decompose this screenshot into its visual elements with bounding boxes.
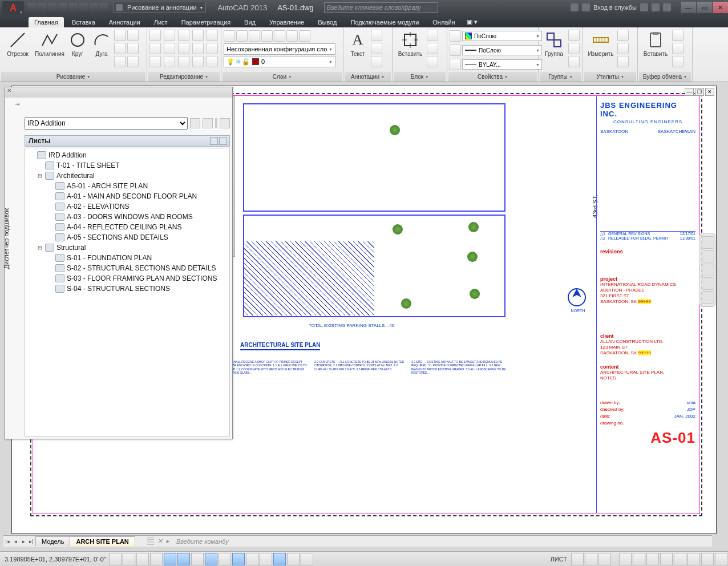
fillet-icon[interactable]: [178, 43, 189, 54]
exchange-icon[interactable]: [640, 3, 648, 11]
cmd-grip-icon[interactable]: [147, 537, 154, 545]
tree-sheet[interactable]: S-03 - FLOOR FRAMING PLAN AND SECTIONS: [26, 273, 228, 284]
tab-online[interactable]: Онлайн: [427, 17, 460, 27]
cmd-toggle-icon[interactable]: ✕: [157, 537, 163, 545]
tab-home[interactable]: Главная: [29, 17, 64, 27]
region-icon[interactable]: [127, 56, 139, 67]
hardware-accel-icon[interactable]: [687, 553, 700, 565]
id-point-icon[interactable]: [617, 56, 629, 67]
tree-folder[interactable]: ⊟Structural: [26, 242, 228, 253]
tree-sheet[interactable]: S-01 - FOUNDATION PLAN: [26, 253, 228, 263]
tab-layout-archsiteplan[interactable]: ARCH SITE PLAN: [70, 536, 135, 546]
group-edit-icon[interactable]: [568, 43, 580, 54]
measure-button[interactable]: Измерить: [585, 30, 616, 58]
cat-options-icon[interactable]: [219, 137, 227, 145]
paste-button[interactable]: Вставить: [640, 30, 671, 58]
snap-icon[interactable]: [123, 553, 135, 565]
arc-button[interactable]: Дуга: [90, 30, 113, 58]
coordinate-readout[interactable]: 3.198905E+01, 2.309797E+01, 0'-0": [0, 556, 108, 563]
cat-expand-icon[interactable]: [210, 137, 218, 145]
clean-screen-icon[interactable]: [715, 553, 727, 565]
annotation-scale-icon[interactable]: [619, 553, 632, 565]
match-properties-icon[interactable]: [450, 30, 461, 42]
tree-sheet[interactable]: T-01 - TITLE SHEET: [26, 160, 228, 171]
polyline-button[interactable]: Полилиния: [34, 30, 65, 58]
spline-icon[interactable]: [127, 30, 139, 41]
explode-icon[interactable]: [207, 43, 218, 54]
nav-zoom-icon[interactable]: [702, 264, 714, 276]
quick-view-layouts-icon[interactable]: [585, 553, 597, 565]
ungroup-icon[interactable]: [568, 30, 580, 41]
search-icon[interactable]: [571, 3, 579, 11]
tree-sheet[interactable]: A-02 - ELEVATIONS: [26, 201, 228, 212]
point-icon[interactable]: [114, 56, 126, 67]
polar-icon[interactable]: [164, 553, 176, 565]
rectangle-icon[interactable]: [114, 30, 126, 41]
tree-sheet[interactable]: S-02 - STRUCTURAL SECTIONS AND DETAILS: [26, 263, 228, 273]
tree-sheet[interactable]: A-05 - SECTIONS AND DETAILS: [26, 232, 228, 242]
align-icon[interactable]: [207, 56, 218, 67]
stay-connected-icon[interactable]: [652, 3, 660, 11]
panel-modify-title[interactable]: Редактирование: [148, 72, 220, 82]
array-icon[interactable]: [178, 56, 189, 67]
workspace-switch-icon[interactable]: [660, 553, 673, 565]
3dosnap-icon[interactable]: [191, 553, 204, 565]
paste-special-icon[interactable]: [672, 56, 683, 67]
doc-restore-button[interactable]: ❐: [695, 88, 704, 96]
signin-icon[interactable]: [582, 3, 590, 11]
ellipse-icon[interactable]: [114, 43, 126, 54]
panel-groups-title[interactable]: Группы: [540, 72, 581, 82]
close-button[interactable]: ✕: [712, 2, 728, 13]
layer-freeze-icon[interactable]: [261, 30, 273, 42]
lineweight-icon[interactable]: [450, 45, 461, 56]
ssm-publish-icon[interactable]: [203, 118, 213, 128]
dimension-icon[interactable]: [371, 30, 382, 41]
annotation-visibility-icon[interactable]: [633, 553, 645, 565]
tab-nav-prev-icon[interactable]: ◂: [11, 539, 19, 544]
nav-orbit-icon[interactable]: [702, 277, 714, 290]
qat-new-icon[interactable]: [27, 3, 37, 12]
tree-root[interactable]: IRD Addition: [26, 150, 228, 160]
rotate-icon[interactable]: [164, 30, 175, 41]
doc-close-button[interactable]: ✕: [705, 88, 714, 96]
infer-constraints-icon[interactable]: [109, 553, 122, 565]
tab-parametric[interactable]: Параметризация: [176, 17, 236, 27]
copy-icon[interactable]: [149, 43, 161, 54]
qat-redo-icon[interactable]: [89, 3, 98, 12]
layer-iso-icon[interactable]: [249, 30, 260, 42]
doc-minimize-button[interactable]: —: [685, 88, 694, 96]
create-block-icon[interactable]: [427, 30, 438, 41]
circle-button[interactable]: Круг: [66, 30, 89, 58]
tree-sheet[interactable]: A-01 - MAIN AND SECOND FLOOR PLAN: [26, 191, 228, 201]
autoscale-icon[interactable]: [646, 553, 659, 565]
maximize-button[interactable]: ▭: [696, 2, 712, 13]
tab-expresstools-icon[interactable]: ▣ ▾: [463, 17, 481, 27]
quick-view-drawings-icon[interactable]: [598, 553, 611, 565]
layer-off-icon[interactable]: [274, 30, 285, 42]
palette-close-icon[interactable]: ✕: [5, 87, 13, 94]
panel-annotation-title[interactable]: Аннотации: [345, 72, 391, 82]
otrack-icon[interactable]: [205, 553, 217, 565]
nav-pan-icon[interactable]: [702, 250, 714, 262]
offset-icon[interactable]: [192, 56, 204, 67]
selection-cycling-icon[interactable]: [287, 553, 300, 565]
nav-showmotion-icon[interactable]: [702, 291, 714, 304]
infocenter-search[interactable]: Введите ключевое слово/фразу: [324, 2, 438, 13]
tab-view[interactable]: Вид: [238, 17, 261, 27]
help-icon[interactable]: [663, 3, 671, 11]
tab-nav-next-icon[interactable]: ▸: [19, 539, 27, 544]
copy-clip-icon[interactable]: [672, 43, 683, 54]
ducs-icon[interactable]: [219, 553, 231, 565]
lineweight-toggle-icon[interactable]: [246, 553, 258, 565]
ssm-details-icon[interactable]: [220, 118, 230, 128]
osnap-icon[interactable]: [177, 553, 190, 565]
group-bbox-icon[interactable]: [568, 56, 580, 67]
line-button[interactable]: Отрезок: [2, 30, 33, 58]
transparency-toggle-icon[interactable]: [260, 553, 272, 565]
edit-block-icon[interactable]: [427, 43, 438, 54]
layer-states-icon[interactable]: [236, 30, 248, 42]
cut-icon[interactable]: [672, 30, 683, 41]
minimize-button[interactable]: —: [680, 2, 696, 13]
move-icon[interactable]: [149, 30, 161, 41]
text-button[interactable]: AТекст: [346, 30, 370, 58]
